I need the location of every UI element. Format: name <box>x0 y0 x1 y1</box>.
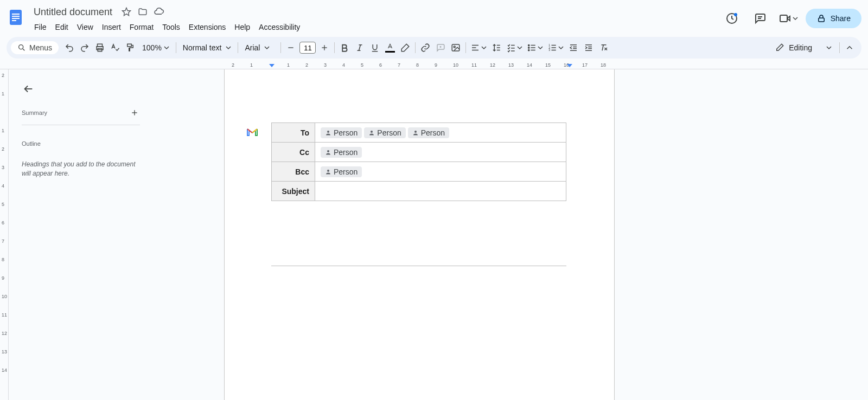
clear-formatting-button[interactable] <box>596 40 611 55</box>
menu-tools[interactable]: Tools <box>158 21 184 34</box>
editing-mode-dropdown[interactable]: Editing <box>769 41 837 54</box>
underline-button[interactable] <box>367 40 382 55</box>
document-title[interactable]: Untitled document <box>30 5 116 19</box>
document-page[interactable]: ToPersonPersonPersonCcPersonBccPersonSub… <box>224 69 615 400</box>
ruler-tick: 10 <box>2 294 7 299</box>
svg-point-64 <box>414 131 417 133</box>
page-area: ToPersonPersonPersonCcPersonBccPersonSub… <box>224 69 868 400</box>
horizontal-ruler[interactable]: 21123456789101112131415161718 <box>0 61 868 69</box>
email-field-value[interactable] <box>315 182 566 201</box>
star-icon[interactable] <box>121 7 132 17</box>
zoom-dropdown[interactable]: 100% <box>138 43 174 52</box>
decrease-indent-button[interactable] <box>566 40 581 55</box>
font-dropdown[interactable]: Arial <box>240 43 278 52</box>
separator <box>238 42 238 53</box>
add-summary-button[interactable] <box>129 107 140 118</box>
redo-button[interactable] <box>77 40 92 55</box>
insert-comment-button[interactable] <box>433 40 448 55</box>
checklist-dropdown[interactable] <box>504 40 525 55</box>
bulleted-list-dropdown[interactable] <box>525 40 545 55</box>
move-icon[interactable] <box>137 7 148 17</box>
svg-point-63 <box>371 131 373 133</box>
menu-edit[interactable]: Edit <box>52 21 72 34</box>
collapse-outline-button[interactable] <box>22 82 35 95</box>
svg-point-66 <box>327 170 329 172</box>
email-row: CcPerson <box>272 143 566 162</box>
ruler-tick: 14 <box>2 367 7 373</box>
person-chip[interactable]: Person <box>321 127 362 138</box>
separator <box>415 42 416 53</box>
gmail-icon <box>246 126 259 139</box>
insert-image-button[interactable] <box>448 40 463 55</box>
menu-view[interactable]: View <box>73 21 97 34</box>
email-field-value[interactable]: PersonPersonPerson <box>315 123 566 143</box>
highlight-button[interactable] <box>398 40 413 55</box>
styles-value: Normal text <box>183 43 222 52</box>
menu-format[interactable]: Format <box>126 21 157 34</box>
print-button[interactable] <box>92 40 107 55</box>
person-chip[interactable]: Person <box>321 166 362 177</box>
ruler-tick: 1 <box>287 62 290 68</box>
menus-search[interactable]: Menus <box>11 41 59 54</box>
undo-button[interactable] <box>62 40 77 55</box>
ruler-tick: 8 <box>2 257 4 262</box>
separator <box>176 42 176 53</box>
menu-file[interactable]: File <box>30 21 50 34</box>
share-button[interactable]: Share <box>806 9 861 28</box>
vertical-ruler[interactable]: 211234567891011121314 <box>0 69 9 400</box>
email-field-value[interactable]: Person <box>315 162 566 182</box>
share-label: Share <box>831 14 851 23</box>
increase-indent-button[interactable] <box>581 40 596 55</box>
version-history-icon[interactable] <box>721 8 743 29</box>
docs-logo-icon[interactable] <box>7 8 26 27</box>
toolbar-container: Menus 100% Normal text Arial <box>0 35 868 59</box>
person-chip[interactable]: Person <box>364 127 405 138</box>
text-color-button[interactable] <box>382 40 398 55</box>
text-color-swatch <box>385 51 395 53</box>
decrease-font-button[interactable] <box>283 40 298 55</box>
align-dropdown[interactable] <box>468 40 489 55</box>
email-field-value[interactable]: Person <box>315 143 566 162</box>
menu-extensions[interactable]: Extensions <box>185 21 229 34</box>
svg-rect-4 <box>12 20 16 21</box>
email-field-label: Subject <box>272 182 315 201</box>
person-chip[interactable]: Person <box>408 127 449 138</box>
ruler-tick: 4 <box>2 183 4 189</box>
email-row: ToPersonPersonPerson <box>272 123 566 143</box>
increase-font-button[interactable] <box>317 40 332 55</box>
bold-button[interactable] <box>337 40 352 55</box>
comments-icon[interactable] <box>749 8 771 29</box>
ruler-tick: 7 <box>2 238 4 244</box>
svg-point-41 <box>528 47 529 48</box>
numbered-list-dropdown[interactable]: 123 <box>545 40 566 55</box>
svg-rect-10 <box>780 15 787 22</box>
cloud-status-icon[interactable] <box>154 7 164 17</box>
person-chip[interactable]: Person <box>321 147 362 158</box>
ruler-tick: 9 <box>2 275 4 281</box>
zoom-value: 100% <box>142 43 162 52</box>
svg-text:3: 3 <box>549 48 551 51</box>
ruler-tick: 18 <box>601 62 606 68</box>
menu-insert[interactable]: Insert <box>98 21 125 34</box>
line-spacing-button[interactable] <box>489 40 504 55</box>
menu-help[interactable]: Help <box>231 21 254 34</box>
italic-button[interactable] <box>352 40 367 55</box>
ruler-tick: 11 <box>2 312 7 318</box>
email-draft-table[interactable]: ToPersonPersonPersonCcPersonBccPersonSub… <box>271 122 566 201</box>
insert-link-button[interactable] <box>418 40 433 55</box>
hide-menus-button[interactable] <box>842 40 857 55</box>
styles-dropdown[interactable]: Normal text <box>178 43 236 52</box>
paint-format-button[interactable] <box>123 40 138 55</box>
svg-point-29 <box>454 46 456 48</box>
ruler-tick: 12 <box>490 62 495 68</box>
spellcheck-button[interactable] <box>107 40 123 55</box>
meet-icon[interactable] <box>777 8 799 29</box>
indent-marker-right[interactable] <box>567 64 572 67</box>
menu-accessibility[interactable]: Accessibility <box>255 21 304 34</box>
ruler-tick: 13 <box>508 62 514 68</box>
svg-marker-5 <box>123 8 131 16</box>
indent-marker-left[interactable] <box>269 64 275 67</box>
summary-label: Summary <box>22 109 47 116</box>
email-field-label: Cc <box>272 143 315 162</box>
font-size-input[interactable] <box>299 42 316 54</box>
